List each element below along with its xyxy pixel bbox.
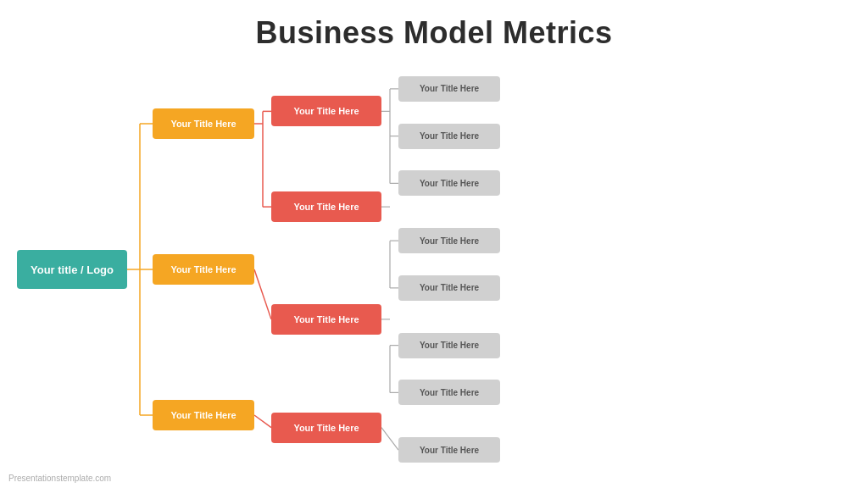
l2-box-2: Your Title Here	[271, 304, 381, 335]
svg-line-10	[254, 415, 271, 428]
watermark: Presentationstemplate.com	[8, 474, 111, 483]
l3-box-4: Your Title Here	[398, 275, 500, 301]
level-3-column: Your Title Here Your Title Here Your Tit…	[398, 59, 500, 480]
l2-box-3: Your Title Here	[271, 413, 381, 443]
svg-line-9	[254, 269, 271, 319]
root-box: Your title / Logo	[17, 250, 127, 289]
l1-box-0: Your Title Here	[153, 108, 254, 139]
l3-box-0: Your Title Here	[398, 76, 500, 102]
l3-box-2: Your Title Here	[398, 170, 500, 196]
l3-box-6: Your Title Here	[398, 380, 500, 405]
l3-box-3: Your Title Here	[398, 228, 500, 253]
l2-box-0: Your Title Here	[271, 96, 381, 126]
level-1-column: Your Title Here Your Title Here Your Tit…	[153, 59, 254, 480]
l3-box-7: Your Title Here	[398, 437, 500, 463]
svg-line-24	[381, 428, 398, 451]
page: Business Model Metrics Your title / Logo…	[0, 0, 868, 488]
l1-box-2: Your Title Here	[153, 400, 254, 430]
l1-box-1: Your Title Here	[153, 254, 254, 285]
diagram-area: Your title / Logo Your Title Here Your T…	[0, 59, 868, 488]
level-2-column: Your Title Here Your Title Here Your Tit…	[271, 59, 381, 480]
l2-box-1: Your Title Here	[271, 191, 381, 222]
level-0-container: Your title / Logo	[17, 250, 127, 289]
l3-box-1: Your Title Here	[398, 124, 500, 149]
page-title: Business Model Metrics	[255, 0, 612, 59]
l3-box-5: Your Title Here	[398, 333, 500, 358]
